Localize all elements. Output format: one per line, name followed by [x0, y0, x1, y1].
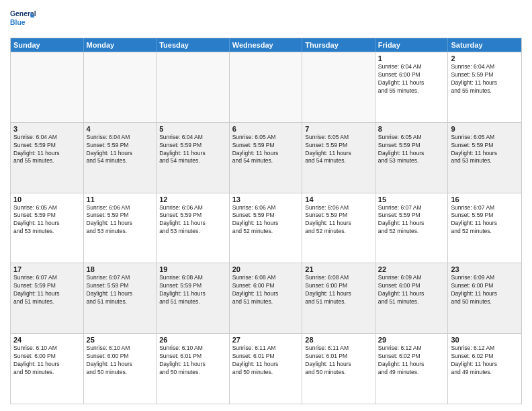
day-number: 20	[232, 265, 300, 273]
day-info: Sunrise: 6:09 AM Sunset: 6:00 PM Dayligh…	[378, 274, 445, 306]
day-number: 14	[305, 195, 372, 203]
day-info: Sunrise: 6:07 AM Sunset: 5:59 PM Dayligh…	[451, 204, 519, 236]
calendar-cell: 24Sunrise: 6:10 AM Sunset: 6:00 PM Dayli…	[11, 334, 84, 404]
day-number: 17	[13, 265, 81, 273]
day-info: Sunrise: 6:05 AM Sunset: 5:59 PM Dayligh…	[13, 204, 81, 236]
calendar-cell: 25Sunrise: 6:10 AM Sunset: 6:00 PM Dayli…	[84, 334, 157, 404]
day-number: 30	[451, 336, 519, 344]
day-number: 26	[159, 336, 226, 344]
day-info: Sunrise: 6:06 AM Sunset: 5:59 PM Dayligh…	[232, 204, 300, 236]
day-number: 25	[87, 336, 154, 344]
day-number: 29	[378, 336, 445, 344]
calendar-cell: 22Sunrise: 6:09 AM Sunset: 6:00 PM Dayli…	[375, 263, 449, 333]
day-number: 9	[451, 125, 519, 133]
calendar-cell: 30Sunrise: 6:12 AM Sunset: 6:02 PM Dayli…	[448, 334, 521, 404]
day-number: 8	[378, 125, 445, 133]
day-number: 7	[305, 125, 372, 133]
logo-icon: GeneralBlue	[10, 7, 37, 34]
calendar-row: 17Sunrise: 6:07 AM Sunset: 5:59 PM Dayli…	[11, 263, 521, 333]
day-number: 13	[232, 195, 300, 203]
day-info: Sunrise: 6:07 AM Sunset: 5:59 PM Dayligh…	[13, 274, 81, 306]
calendar-cell: 21Sunrise: 6:08 AM Sunset: 6:00 PM Dayli…	[302, 263, 375, 333]
day-info: Sunrise: 6:05 AM Sunset: 5:59 PM Dayligh…	[451, 134, 519, 166]
weekday-header: Monday	[84, 38, 157, 52]
day-info: Sunrise: 6:04 AM Sunset: 5:59 PM Dayligh…	[451, 63, 519, 95]
calendar-cell: 23Sunrise: 6:09 AM Sunset: 6:00 PM Dayli…	[448, 263, 521, 333]
calendar-cell: 1Sunrise: 6:04 AM Sunset: 6:00 PM Daylig…	[375, 52, 449, 122]
day-info: Sunrise: 6:11 AM Sunset: 6:01 PM Dayligh…	[232, 345, 300, 377]
calendar-cell: 13Sunrise: 6:06 AM Sunset: 5:59 PM Dayli…	[230, 193, 303, 263]
day-info: Sunrise: 6:09 AM Sunset: 6:00 PM Dayligh…	[451, 274, 519, 306]
calendar-cell: 7Sunrise: 6:05 AM Sunset: 5:59 PM Daylig…	[302, 123, 375, 193]
day-info: Sunrise: 6:06 AM Sunset: 5:59 PM Dayligh…	[305, 204, 372, 236]
day-info: Sunrise: 6:08 AM Sunset: 6:00 PM Dayligh…	[232, 274, 300, 306]
calendar-cell: 20Sunrise: 6:08 AM Sunset: 6:00 PM Dayli…	[230, 263, 303, 333]
weekday-header: Tuesday	[157, 38, 230, 52]
day-number: 1	[378, 54, 445, 62]
calendar-row: 3Sunrise: 6:04 AM Sunset: 5:59 PM Daylig…	[11, 122, 521, 193]
day-info: Sunrise: 6:05 AM Sunset: 5:59 PM Dayligh…	[232, 134, 300, 166]
day-info: Sunrise: 6:06 AM Sunset: 5:59 PM Dayligh…	[159, 204, 226, 236]
weekday-header: Friday	[375, 38, 449, 52]
day-info: Sunrise: 6:08 AM Sunset: 5:59 PM Dayligh…	[159, 274, 226, 306]
day-info: Sunrise: 6:10 AM Sunset: 6:00 PM Dayligh…	[87, 345, 154, 377]
calendar-cell: 27Sunrise: 6:11 AM Sunset: 6:01 PM Dayli…	[230, 334, 303, 404]
calendar-cell: 8Sunrise: 6:05 AM Sunset: 5:59 PM Daylig…	[375, 123, 449, 193]
calendar-cell	[230, 52, 303, 122]
day-number: 10	[13, 195, 81, 203]
calendar-cell: 9Sunrise: 6:05 AM Sunset: 5:59 PM Daylig…	[448, 123, 521, 193]
day-number: 3	[13, 125, 81, 133]
calendar-cell: 18Sunrise: 6:07 AM Sunset: 5:59 PM Dayli…	[84, 263, 157, 333]
calendar-cell: 17Sunrise: 6:07 AM Sunset: 5:59 PM Dayli…	[11, 263, 84, 333]
calendar-cell: 2Sunrise: 6:04 AM Sunset: 5:59 PM Daylig…	[448, 52, 521, 122]
day-number: 11	[87, 195, 154, 203]
day-info: Sunrise: 6:04 AM Sunset: 5:59 PM Dayligh…	[159, 134, 226, 166]
day-number: 5	[159, 125, 226, 133]
calendar-cell: 12Sunrise: 6:06 AM Sunset: 5:59 PM Dayli…	[157, 193, 230, 263]
day-number: 21	[305, 265, 372, 273]
logo: GeneralBlue	[10, 7, 40, 34]
day-number: 19	[159, 265, 226, 273]
weekday-header: Saturday	[448, 38, 521, 52]
day-number: 15	[378, 195, 445, 203]
day-number: 2	[451, 54, 519, 62]
calendar-cell: 10Sunrise: 6:05 AM Sunset: 5:59 PM Dayli…	[11, 193, 84, 263]
day-info: Sunrise: 6:07 AM Sunset: 5:59 PM Dayligh…	[378, 204, 445, 236]
day-number: 23	[451, 265, 519, 273]
calendar-row: 1Sunrise: 6:04 AM Sunset: 6:00 PM Daylig…	[11, 52, 521, 122]
calendar-cell	[302, 52, 375, 122]
day-number: 24	[13, 336, 81, 344]
day-info: Sunrise: 6:07 AM Sunset: 5:59 PM Dayligh…	[87, 274, 154, 306]
calendar-cell: 11Sunrise: 6:06 AM Sunset: 5:59 PM Dayli…	[84, 193, 157, 263]
day-info: Sunrise: 6:06 AM Sunset: 5:59 PM Dayligh…	[87, 204, 154, 236]
day-info: Sunrise: 6:08 AM Sunset: 6:00 PM Dayligh…	[305, 274, 372, 306]
calendar-cell: 6Sunrise: 6:05 AM Sunset: 5:59 PM Daylig…	[230, 123, 303, 193]
weekday-header: Wednesday	[230, 38, 303, 52]
header: GeneralBlue	[10, 7, 522, 34]
day-number: 28	[305, 336, 372, 344]
calendar-cell: 16Sunrise: 6:07 AM Sunset: 5:59 PM Dayli…	[448, 193, 521, 263]
calendar-cell: 14Sunrise: 6:06 AM Sunset: 5:59 PM Dayli…	[302, 193, 375, 263]
day-number: 16	[451, 195, 519, 203]
calendar-header: SundayMondayTuesdayWednesdayThursdayFrid…	[11, 38, 521, 52]
calendar-cell: 5Sunrise: 6:04 AM Sunset: 5:59 PM Daylig…	[157, 123, 230, 193]
calendar-row: 10Sunrise: 6:05 AM Sunset: 5:59 PM Dayli…	[11, 193, 521, 263]
calendar-page: GeneralBlue SundayMondayTuesdayWednesday…	[0, 0, 532, 411]
day-info: Sunrise: 6:12 AM Sunset: 6:02 PM Dayligh…	[451, 345, 519, 377]
calendar-cell	[157, 52, 230, 122]
calendar-body: 1Sunrise: 6:04 AM Sunset: 6:00 PM Daylig…	[11, 52, 521, 404]
day-number: 6	[232, 125, 300, 133]
calendar-cell: 29Sunrise: 6:12 AM Sunset: 6:02 PM Dayli…	[375, 334, 449, 404]
day-info: Sunrise: 6:10 AM Sunset: 6:00 PM Dayligh…	[13, 345, 81, 377]
calendar-row: 24Sunrise: 6:10 AM Sunset: 6:00 PM Dayli…	[11, 333, 521, 404]
day-info: Sunrise: 6:10 AM Sunset: 6:01 PM Dayligh…	[159, 345, 226, 377]
weekday-header: Thursday	[302, 38, 375, 52]
calendar-cell: 4Sunrise: 6:04 AM Sunset: 5:59 PM Daylig…	[84, 123, 157, 193]
day-number: 18	[87, 265, 154, 273]
day-number: 12	[159, 195, 226, 203]
calendar-cell	[11, 52, 84, 122]
day-info: Sunrise: 6:04 AM Sunset: 5:59 PM Dayligh…	[13, 134, 81, 166]
day-number: 22	[378, 265, 445, 273]
day-info: Sunrise: 6:05 AM Sunset: 5:59 PM Dayligh…	[305, 134, 372, 166]
calendar-cell: 26Sunrise: 6:10 AM Sunset: 6:01 PM Dayli…	[157, 334, 230, 404]
